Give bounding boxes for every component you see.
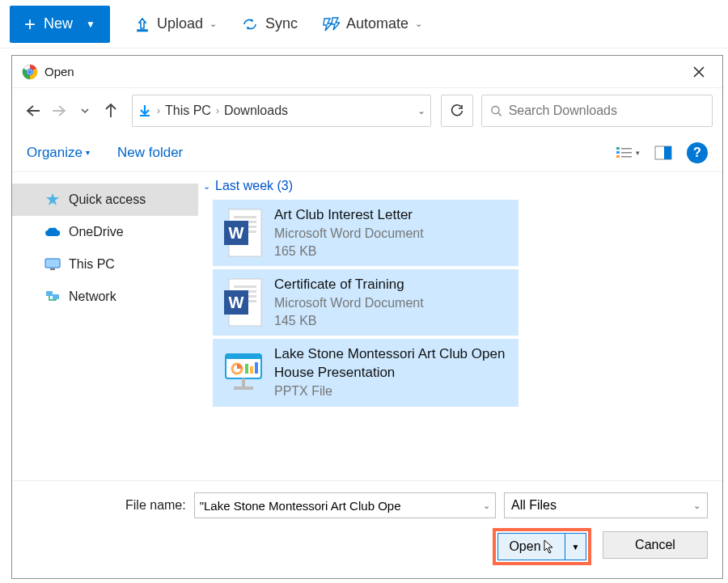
close-icon [692, 65, 705, 78]
svg-rect-9 [621, 152, 632, 154]
svg-rect-6 [616, 151, 620, 154]
sidebar-item-onedrive[interactable]: OneDrive [12, 216, 198, 248]
file-list: ⌄ Last week (3) W Art Club Interest Lett… [198, 172, 722, 480]
new-button[interactable]: + New ▼ [10, 6, 110, 43]
file-name: Certificate of Training [274, 276, 424, 294]
filename-value: "Lake Stone Montessori Art Club Ope [200, 499, 401, 513]
dialog-title: Open [44, 65, 74, 78]
dialog-bottom: File name: "Lake Stone Montessori Art Cl… [12, 480, 722, 578]
history-dropdown-button[interactable] [74, 99, 96, 122]
sidebar: Quick access OneDrive This PC Network [12, 172, 198, 480]
svg-rect-5 [616, 147, 620, 150]
group-header[interactable]: ⌄ Last week (3) [201, 179, 719, 193]
nav-row: › This PC › Downloads ⌄ [12, 88, 722, 133]
svg-rect-16 [53, 294, 59, 299]
open-button[interactable]: Open ▼ [497, 533, 586, 560]
new-folder-label: New folder [117, 145, 183, 161]
search-box[interactable] [481, 95, 713, 127]
search-icon [490, 104, 502, 117]
filename-input[interactable]: "Lake Stone Montessori Art Club Ope ⌄ [194, 492, 496, 518]
svg-text:W: W [229, 224, 244, 242]
word-icon: W [221, 206, 266, 260]
filter-label: All Files [511, 498, 557, 513]
svg-rect-33 [245, 364, 248, 374]
cloud-icon [44, 226, 61, 238]
automate-label: Automate [346, 15, 408, 32]
sidebar-item-this-pc[interactable]: This PC [12, 248, 198, 281]
file-type: Microsoft Word Document [274, 225, 424, 243]
svg-rect-36 [242, 378, 245, 387]
refresh-icon [450, 104, 464, 118]
svg-rect-14 [50, 268, 55, 270]
group-header-label: Last week (3) [215, 179, 293, 193]
monitor-icon [44, 258, 61, 271]
chevron-down-icon[interactable]: ⌄ [483, 501, 490, 511]
sidebar-label: OneDrive [69, 225, 124, 239]
list-view-button[interactable]: ▾ [616, 146, 640, 160]
star-icon [44, 192, 61, 207]
chevron-right-icon: › [157, 105, 160, 116]
chevron-down-icon[interactable]: ⌄ [417, 105, 425, 116]
sidebar-item-network[interactable]: Network [12, 281, 198, 313]
open-split-dropdown[interactable]: ▼ [565, 534, 586, 560]
svg-rect-15 [46, 291, 53, 296]
filetype-filter[interactable]: All Files ⌄ [504, 492, 708, 518]
sidebar-label: Network [69, 289, 116, 304]
svg-rect-35 [255, 362, 258, 374]
new-folder-button[interactable]: New folder [117, 145, 183, 161]
breadcrumb-folder[interactable]: Downloads [224, 104, 288, 118]
command-row: Organize ▾ New folder ▾ ? [12, 133, 722, 172]
upload-button[interactable]: Upload ⌄ [134, 15, 217, 32]
automate-button[interactable]: Automate ⌄ [322, 15, 422, 32]
help-button[interactable]: ? [687, 142, 708, 163]
breadcrumb[interactable]: › This PC › Downloads ⌄ [132, 95, 431, 127]
svg-point-4 [492, 107, 499, 114]
svg-rect-18 [234, 216, 256, 218]
breadcrumb-root[interactable]: This PC [165, 104, 211, 118]
file-open-dialog: Open › This PC › Downloads ⌄ [11, 55, 723, 579]
svg-rect-7 [616, 155, 620, 158]
sidebar-label: This PC [69, 257, 115, 272]
close-button[interactable] [685, 58, 713, 86]
forward-button[interactable] [48, 99, 70, 122]
svg-rect-12 [664, 146, 671, 159]
chrome-icon [22, 64, 38, 80]
sidebar-label: Quick access [69, 192, 146, 207]
chevron-down-icon: ⌄ [415, 19, 422, 29]
new-button-label: New [44, 15, 73, 32]
filename-label: File name: [125, 498, 186, 513]
app-toolbar: + New ▼ Upload ⌄ Sync Automate ⌄ [0, 0, 728, 49]
upload-label: Upload [157, 15, 203, 32]
caret-down-icon: ▼ [572, 543, 580, 551]
sync-button[interactable]: Sync [241, 15, 298, 32]
back-button[interactable] [22, 99, 44, 122]
file-size: 165 KB [274, 243, 424, 260]
preview-pane-button[interactable] [654, 146, 672, 160]
svg-rect-10 [621, 156, 632, 158]
svg-text:W: W [229, 294, 244, 311]
file-item[interactable]: Lake Stone Montessori Art Club Open Hous… [213, 339, 518, 406]
dialog-body: Quick access OneDrive This PC Network [12, 172, 722, 480]
file-size: 145 KB [274, 312, 424, 330]
file-item[interactable]: W Certificate of Training Microsoft Word… [213, 269, 518, 336]
organize-button[interactable]: Organize ▾ [27, 145, 90, 161]
chevron-down-icon: ▼ [86, 19, 95, 30]
cancel-button[interactable]: Cancel [603, 531, 708, 559]
sync-icon [241, 16, 259, 32]
keynote-icon [221, 345, 266, 399]
download-arrow-icon [138, 104, 152, 118]
search-input[interactable] [509, 104, 704, 118]
svg-point-3 [28, 70, 32, 74]
caret-down-icon: ▾ [86, 148, 90, 157]
sidebar-item-quick-access[interactable]: Quick access [12, 184, 198, 216]
file-item[interactable]: W Art Club Interest Letter Microsoft Wor… [213, 200, 518, 266]
chevron-down-icon: ⌄ [203, 181, 210, 192]
svg-rect-37 [234, 387, 253, 390]
up-button[interactable] [99, 99, 122, 122]
chevron-down-icon: ⌄ [210, 19, 217, 29]
word-icon: W [221, 276, 266, 329]
open-button-label: Open [509, 539, 540, 554]
refresh-button[interactable] [441, 95, 473, 127]
cancel-button-label: Cancel [635, 538, 675, 552]
file-name: Art Club Interest Letter [274, 206, 424, 225]
